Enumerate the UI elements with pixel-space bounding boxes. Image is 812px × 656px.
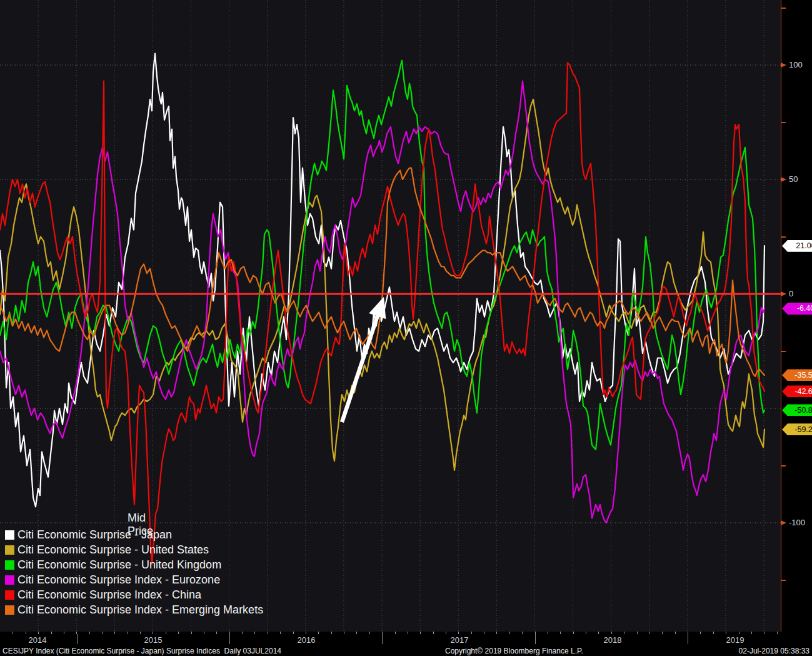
em-swatch-icon	[5, 605, 14, 615]
month-tick	[420, 632, 421, 634]
month-tick	[331, 632, 332, 634]
month-tick	[458, 632, 459, 634]
x-tick-2019: 2019	[726, 635, 744, 645]
y-axis-label-50: 50	[781, 174, 798, 184]
uk-swatch-icon	[5, 560, 14, 570]
month-tick	[13, 632, 13, 634]
right-axis-gutter	[781, 0, 812, 656]
legend-item-japan[interactable]: Citi Economic Surprise - Japan	[5, 528, 172, 542]
bloomberg-chart-window: 100500-100 21.00-6.40-35.50-42.60-50.80-…	[0, 0, 812, 656]
month-tick	[191, 632, 192, 634]
us-swatch-icon	[5, 545, 14, 555]
x-axis: 2014 2015 2016 2017 2018 2019	[0, 632, 781, 646]
month-tick	[395, 632, 396, 634]
y-axis-label-100: 100	[781, 60, 803, 70]
month-tick	[624, 632, 624, 634]
month-tick	[509, 632, 510, 634]
year-separator	[229, 634, 230, 644]
month-tick	[637, 632, 638, 634]
month-tick	[64, 632, 64, 634]
month-tick	[446, 632, 446, 634]
y-axis-minor-tick	[781, 122, 786, 123]
month-tick	[522, 632, 523, 634]
y-axis-minor-tick	[781, 465, 786, 467]
price-tag--50.80: -50.80	[782, 404, 812, 416]
x-tick-2017: 2017	[451, 635, 469, 645]
month-tick	[178, 632, 179, 634]
y-axis-label--100: -100	[781, 518, 805, 528]
legend-item-united-states[interactable]: Citi Economic Surprise - United States	[5, 543, 209, 557]
axis-tick-arrow-icon	[781, 291, 786, 296]
month-tick	[242, 632, 243, 634]
axis-tick-arrow-icon	[781, 63, 786, 68]
legend-item-united-kingdom[interactable]: Citi Economic Surprise - United Kingdom	[5, 558, 221, 572]
month-tick	[268, 632, 268, 634]
price-tag-21.00: 21.00	[782, 240, 812, 252]
month-tick	[649, 632, 650, 634]
month-tick	[675, 632, 676, 634]
month-tick	[586, 632, 586, 634]
month-tick	[535, 632, 536, 634]
price-tag--35.50: -35.50	[782, 369, 812, 381]
month-tick	[408, 632, 408, 634]
y-axis-label-0: 0	[781, 289, 793, 299]
year-separator	[688, 634, 688, 644]
timestamp: 02-Jul-2019 05:38:33	[739, 647, 809, 655]
axis-tick-arrow-icon	[781, 520, 786, 525]
y-axis-minor-tick	[781, 236, 786, 238]
month-tick	[344, 632, 344, 634]
x-tick-2015: 2015	[144, 635, 163, 645]
month-tick	[471, 632, 472, 634]
month-tick	[484, 632, 484, 634]
year-separator	[77, 634, 78, 644]
month-tick	[128, 632, 128, 634]
legend-item-emerging-markets[interactable]: Citi Economic Surprise Index - Emerging …	[5, 603, 263, 617]
month-tick	[216, 632, 217, 634]
month-tick	[204, 632, 204, 634]
month-tick	[306, 632, 306, 634]
month-tick	[76, 632, 77, 634]
x-tick-2018: 2018	[604, 635, 622, 645]
month-tick	[688, 632, 688, 634]
month-tick	[89, 632, 90, 634]
month-tick	[433, 632, 434, 634]
month-tick	[229, 632, 230, 634]
month-tick	[777, 632, 778, 634]
legend-item-china[interactable]: Citi Economic Surprise Index - China	[5, 588, 201, 602]
eurozone-swatch-icon	[5, 575, 14, 585]
month-tick	[598, 632, 599, 634]
price-tag--42.60: -42.60	[782, 385, 812, 397]
price-tag--6.40: -6.40	[782, 303, 812, 315]
y-axis-minor-tick	[781, 580, 786, 581]
price-tag--59.20: -59.20	[782, 423, 812, 435]
month-tick	[573, 632, 574, 634]
month-tick	[293, 632, 294, 634]
month-tick	[369, 632, 370, 634]
legend-item-eurozone[interactable]: Citi Economic Surprise Index - Eurozone	[5, 573, 220, 587]
month-tick	[713, 632, 714, 634]
month-tick	[51, 632, 52, 634]
month-tick	[496, 632, 497, 634]
month-tick	[38, 632, 39, 634]
month-tick	[611, 632, 612, 634]
month-tick	[751, 632, 752, 634]
month-tick	[764, 632, 764, 634]
y-axis-minor-tick	[781, 351, 786, 352]
month-tick	[726, 632, 726, 634]
year-separator	[382, 634, 383, 644]
month-tick	[548, 632, 548, 634]
month-tick	[153, 632, 153, 634]
y-axis-minor-tick	[781, 8, 786, 9]
month-tick	[739, 632, 739, 634]
month-tick	[280, 632, 281, 634]
month-tick	[26, 632, 26, 634]
month-tick	[382, 632, 383, 634]
china-swatch-icon	[5, 590, 14, 600]
x-tick-2016: 2016	[298, 635, 316, 645]
month-tick	[140, 632, 141, 634]
month-tick	[114, 632, 115, 634]
month-tick	[700, 632, 701, 634]
x-tick-2014: 2014	[29, 635, 47, 645]
month-tick	[102, 632, 103, 634]
month-tick	[166, 632, 166, 634]
